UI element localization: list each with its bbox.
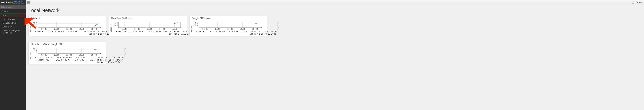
y-axis-label: Seconds (30, 48, 32, 63)
panel-body: Seconds60 m40 m20 m08:0010:0012:0014:001… (109, 21, 187, 36)
sidebar: Charts LocalLocal MachineCloudflare DNSG… (0, 5, 26, 110)
chart-watermark: SmokePing (277, 22, 279, 35)
panel-body: Seconds60 m40 m20 m008:0010:0012:0014:00… (29, 47, 106, 65)
panel-title: CloudflareDNS and Google DNS (29, 42, 106, 47)
y-axis-label: Seconds (110, 22, 112, 35)
sidebar-item-local[interactable]: Local (0, 13, 26, 17)
chart-panel: Google DNS serverSeconds40 m30 m20 m08:0… (190, 16, 268, 36)
guest-label: Guest (636, 1, 642, 4)
chart-timestamp: Sat Apr 2 16:08:23 2022 (112, 33, 196, 35)
svg-text:12:00: 12:00 (66, 28, 72, 30)
svg-text:0: 0 (36, 51, 37, 53)
svg-text:16:00: 16:00 (91, 54, 97, 56)
panel-title: This host (29, 16, 106, 21)
menu-toggle-button[interactable] (26, 0, 31, 5)
chart-timestamp: Sat Apr 2 16:08:23 2022 (32, 33, 116, 35)
smokeping-logo: smokeping (1, 1, 13, 4)
chart-plot[interactable]: 60 m40 m20 m008:0010:0012:0014:0016:00 (32, 48, 101, 56)
chart-legend-stats: ▪ med RTT 21.6 ms av md 0.0 % av ls 832.… (112, 30, 196, 33)
panels-container: This hostSeconds80 u60 u40 u20 u08:0010:… (28, 16, 641, 65)
filter-menu-input[interactable] (0, 5, 26, 9)
top-bar: smokeping RRDtoollogging & graphing Gues… (0, 0, 644, 5)
svg-text:30 m: 30 m (194, 23, 198, 25)
sidebar-item-multihost-google-et-cloudflare[interactable]: Multihost Google et CloudFlare (0, 29, 26, 35)
chart-timestamp: Sat Apr 2 16:08:23 2022 (192, 33, 277, 35)
main-content: Local Network This hostSeconds80 u60 u40… (26, 5, 644, 66)
svg-text:20 m: 20 m (194, 25, 198, 27)
chart-plot[interactable]: 80 u60 u40 u20 u08:0010:0012:0014:0016:0… (32, 22, 101, 30)
svg-text:10:00: 10:00 (54, 28, 60, 30)
svg-text:16:00: 16:00 (172, 28, 177, 30)
svg-text:40 m: 40 m (194, 22, 198, 23)
sidebar-item-google-dns[interactable]: Google DNS (0, 25, 26, 29)
svg-point-0 (633, 1, 634, 2)
chart-panel: CloudflareDNS and Google DNSSeconds60 m4… (28, 42, 106, 65)
chart-timestamp: Sat Apr 2 16:08:23 2022 (32, 61, 124, 63)
svg-text:10:00: 10:00 (134, 28, 140, 30)
svg-text:14:00: 14:00 (79, 28, 84, 30)
svg-text:08:00: 08:00 (122, 28, 128, 30)
page-title: Local Network (28, 7, 641, 13)
sidebar-section-charts: Charts (0, 9, 26, 13)
chart-plot[interactable]: 40 m30 m20 m08:0010:0012:0014:0016:00 (192, 22, 262, 30)
y-axis-label: Seconds (30, 22, 32, 35)
hamburger-icon (27, 1, 30, 3)
panel-body: Seconds40 m30 m20 m08:0010:0012:0014:001… (190, 21, 267, 36)
user-area[interactable]: Guest (632, 1, 642, 4)
svg-text:10:00: 10:00 (54, 54, 60, 56)
rrdtool-logo: RRDtoollogging & graphing (14, 0, 24, 4)
svg-text:16:00: 16:00 (252, 28, 258, 30)
chart-legend-stats: ▪ Cloudflare DNS 21.6 ms av md 0.0 % av … (32, 56, 124, 61)
svg-text:20 m: 20 m (114, 25, 118, 27)
y-axis-label: Seconds (190, 22, 192, 35)
svg-text:14:00: 14:00 (79, 54, 84, 56)
svg-text:08:00: 08:00 (202, 28, 208, 30)
chart-panel: This hostSeconds80 u60 u40 u20 u08:0010:… (28, 16, 106, 36)
svg-text:08:00: 08:00 (41, 54, 47, 56)
svg-text:12:00: 12:00 (147, 28, 152, 30)
sidebar-item-local-machine[interactable]: Local Machine (0, 17, 26, 21)
svg-text:12:00: 12:00 (66, 54, 72, 56)
svg-text:10:00: 10:00 (215, 28, 220, 30)
chart-legend-stats: ▪ med RTT 65.0 us av md 0.0 % av ls 808.… (32, 30, 116, 33)
svg-text:60 m: 60 m (114, 22, 118, 23)
svg-text:12:00: 12:00 (227, 28, 233, 30)
svg-text:40 m: 40 m (114, 23, 118, 25)
chart-watermark: SmokePing (124, 48, 126, 63)
panel-body: Seconds80 u60 u40 u20 u08:0010:0012:0014… (29, 21, 106, 36)
chart-plot[interactable]: 60 m40 m20 m08:0010:0012:0014:0016:00 (112, 22, 182, 30)
svg-text:16:00: 16:00 (91, 28, 97, 30)
chart-legend-stats: ▪ med RTT 17.2 ms av md 0.0 % av ls 678.… (192, 30, 277, 33)
svg-text:20 u: 20 u (33, 25, 37, 27)
svg-text:14:00: 14:00 (159, 28, 165, 30)
svg-text:14:00: 14:00 (240, 28, 245, 30)
sidebar-item-cloudflare-dns[interactable]: Cloudflare DNS (0, 21, 26, 25)
user-icon (632, 1, 635, 4)
svg-text:08:00: 08:00 (41, 28, 47, 30)
panel-title: Google DNS server (190, 16, 267, 21)
panel-title: Cloudflare DNS server (109, 16, 187, 21)
logo-area: smokeping RRDtoollogging & graphing (0, 0, 26, 5)
chart-panel: Cloudflare DNS serverSeconds60 m40 m20 m… (109, 16, 187, 36)
